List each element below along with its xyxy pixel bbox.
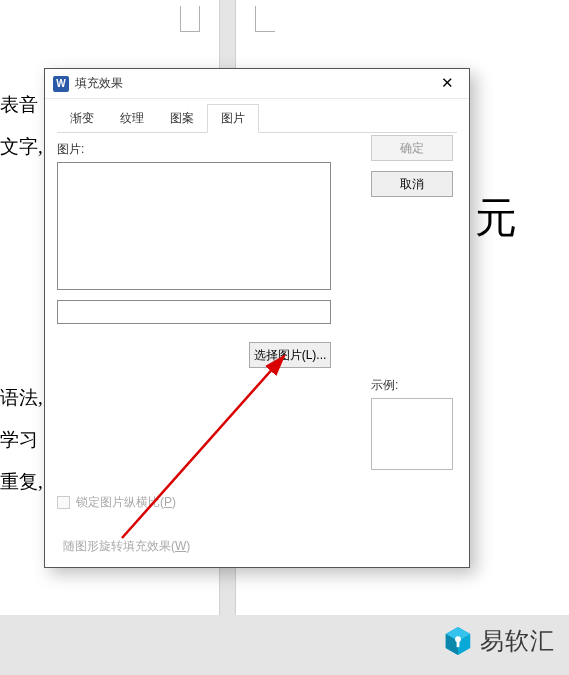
svg-rect-5 <box>457 640 460 647</box>
select-picture-button[interactable]: 选择图片(L)... <box>249 342 331 368</box>
lock-ratio-label: 锁定图片纵横比(P) <box>76 494 176 511</box>
sample-label: 示例: <box>371 377 457 394</box>
bg-text-large: 元 <box>475 190 517 246</box>
fill-effects-dialog: W 填充效果 ✕ 渐变 纹理 图案 图片 图片: 选择图片(L)... <box>44 68 470 568</box>
bg-text-4: 学习 <box>0 427 38 453</box>
image-name-field[interactable] <box>57 300 331 324</box>
watermark-text: 易软汇 <box>480 625 555 657</box>
watermark-icon <box>444 626 472 656</box>
titlebar: W 填充效果 ✕ <box>45 69 469 99</box>
bg-text-3: 语法, <box>0 385 43 411</box>
cancel-button[interactable]: 取消 <box>371 171 453 197</box>
tab-texture[interactable]: 纹理 <box>107 105 157 132</box>
word-app-icon: W <box>53 76 69 92</box>
ok-button: 确定 <box>371 135 453 161</box>
tab-picture[interactable]: 图片 <box>207 104 259 133</box>
tab-pattern[interactable]: 图案 <box>157 105 207 132</box>
bg-text-2: 文字, <box>0 134 43 160</box>
watermark: 易软汇 <box>444 625 555 657</box>
image-label: 图片: <box>57 141 359 158</box>
rotate-label: 随图形旋转填充效果(W) <box>63 538 190 555</box>
dialog-title: 填充效果 <box>75 75 429 92</box>
tab-gradient[interactable]: 渐变 <box>57 105 107 132</box>
image-preview <box>57 162 331 290</box>
sample-preview <box>371 398 453 470</box>
bg-text-1: 表音 <box>0 92 38 118</box>
close-button[interactable]: ✕ <box>429 71 465 97</box>
lock-ratio-checkbox <box>57 496 70 509</box>
bg-text-5: 重复, <box>0 469 43 495</box>
tab-strip: 渐变 纹理 图案 图片 <box>57 105 457 133</box>
